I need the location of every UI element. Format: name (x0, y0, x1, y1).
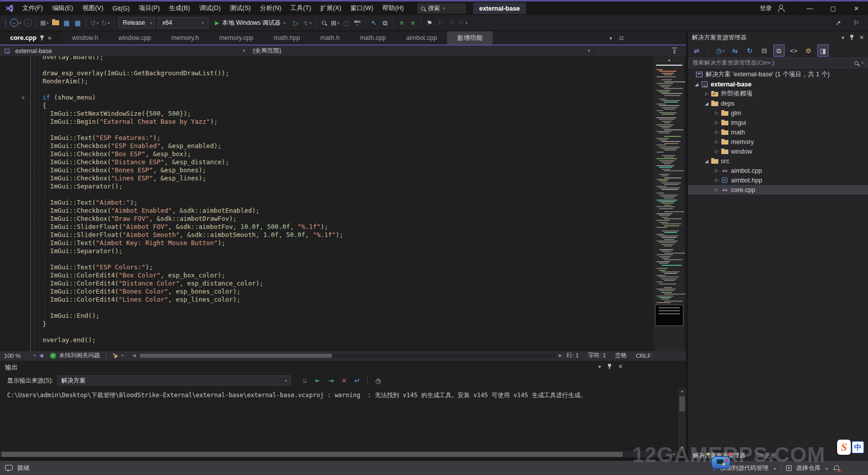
scope-dropdown[interactable]: (全局范围) ▾ (249, 45, 594, 56)
tree-item-external-base[interactable]: ◢external-base (688, 79, 868, 89)
tree-item-deps[interactable]: ◢deps (688, 99, 868, 108)
tree-item-core.cpp[interactable]: ▷++core.cpp (688, 185, 868, 195)
tree-item-aimbot.cpp[interactable]: ▷++aimbot.cpp (688, 166, 868, 175)
tree-item-外部依赖项[interactable]: ▷外部依赖项 (688, 89, 868, 99)
menu-item-工具(T)[interactable]: 工具(T) (286, 2, 316, 15)
expand-arrow-icon[interactable]: ▷ (713, 120, 720, 125)
save-all-icon[interactable]: ▦ (72, 17, 83, 29)
split-editor-button[interactable]: ⇕ (672, 48, 677, 55)
prev-message-icon[interactable]: ⇤ (312, 374, 323, 387)
timestamp-icon[interactable]: ◷ (372, 374, 383, 387)
expand-arrow-icon[interactable]: ▷ (713, 168, 720, 173)
tab-math.cpp[interactable]: math.cpp (350, 31, 396, 44)
undo-icon[interactable]: ↺▾ (89, 17, 100, 29)
pin-icon[interactable] (40, 35, 44, 41)
spaces-indicator[interactable]: 空格 (611, 352, 631, 359)
tab-memory.h[interactable]: memory.h (161, 31, 209, 44)
autoscroll-icon[interactable]: ⇊ (299, 374, 310, 387)
notifications-bell-icon[interactable] (833, 465, 840, 471)
tab-math.hpp[interactable]: math.hpp (264, 31, 310, 44)
minimap[interactable]: ▲ (654, 56, 684, 351)
project-dropdown[interactable]: external-base ▾ (0, 45, 249, 56)
tree-item-solution-root[interactable]: 解决方案 'external-base' (1 个项目，共 1 个) (688, 70, 868, 79)
account-icon[interactable] (777, 5, 785, 12)
toolbar-grip[interactable] (5, 19, 7, 27)
start-debugging-button[interactable]: ▶ 本地 Windows 调试器 ▾ (211, 17, 290, 29)
expand-arrow-icon[interactable]: ▷ (713, 149, 720, 154)
sync-with-active-document-icon[interactable]: ⇄ (691, 44, 702, 57)
column-indicator[interactable]: 字符: 1 (583, 352, 611, 359)
open-folder-icon[interactable] (50, 17, 61, 29)
expand-arrow-icon[interactable]: ▷ (713, 187, 720, 192)
close-button[interactable]: ✕ (845, 2, 868, 15)
editor-horizontal-scrollbar[interactable] (138, 353, 556, 358)
toggle-bookmark-icon[interactable]: ⚑ (424, 17, 435, 29)
menu-item-测试(S)[interactable]: 测试(S) (225, 2, 255, 15)
code-editor[interactable]: overlay.Board(); draw_esp_overlay(ImGui:… (0, 56, 686, 351)
title-search-box[interactable]: 搜索 ▾ (417, 3, 466, 14)
feedback-icon[interactable] (5, 465, 13, 470)
increase-indent-icon[interactable]: ≡ (407, 17, 418, 29)
spell-check-icon[interactable]: abc✓ (352, 17, 363, 29)
line-ending-indicator[interactable]: CRLF (631, 353, 656, 359)
hot-reload-icon[interactable]: ↯▾ (301, 17, 313, 29)
scroll-down-icon[interactable]: ▼ (678, 446, 686, 449)
switch-views-icon[interactable]: ⇆ (729, 44, 741, 57)
pending-changes-filter-icon[interactable]: ◷▾ (715, 44, 726, 57)
expand-arrow-icon[interactable]: ▷ (703, 91, 710, 96)
tree-item-memory[interactable]: ▷memory (688, 137, 868, 147)
tab-aimbot.cpp[interactable]: aimbot.cpp (396, 31, 447, 44)
tab-新增功能[interactable]: 新增功能 (447, 31, 493, 44)
expand-arrow-icon[interactable]: ▷ (713, 111, 720, 115)
word-wrap-icon[interactable]: ↵ (352, 374, 363, 387)
select-repository-button[interactable]: 选择仓库 (796, 464, 820, 472)
tree-item-glm[interactable]: ▷glm (688, 108, 868, 118)
panel-tab-Git 更改[interactable]: Git 更改 (751, 450, 782, 461)
output-vertical-scrollbar[interactable]: ▲ ▼ (678, 388, 686, 450)
scrollbar-thumb[interactable] (140, 354, 332, 358)
chevron-down-icon[interactable]: ▾ (121, 353, 123, 358)
tree-item-src[interactable]: ◢src (688, 156, 868, 166)
redo-icon[interactable]: ↻▾ (100, 17, 111, 29)
copy-item-icon[interactable]: ⧉ (379, 17, 390, 29)
decrease-indent-icon[interactable]: ≡ (396, 17, 407, 29)
find-in-files-icon[interactable] (318, 17, 329, 29)
scrollbar-thumb[interactable] (2, 452, 623, 457)
live-share-icon[interactable]: ↗ (833, 17, 844, 29)
menu-item-生成(B)[interactable]: 生成(B) (164, 2, 195, 15)
configuration-dropdown[interactable]: Release ▾ (118, 17, 155, 28)
ghost-box-icon[interactable]: ▢ (340, 17, 352, 29)
properties-icon[interactable]: ⚙ (803, 44, 814, 57)
line-indicator[interactable]: 行: 1 (562, 352, 583, 359)
menu-item-编辑(E)[interactable]: 编辑(E) (48, 2, 78, 15)
menu-item-文件(F)[interactable]: 文件(F) (18, 2, 48, 15)
menu-item-调试(D)[interactable]: 调试(D) (195, 2, 225, 15)
scroll-up-icon[interactable]: ▲ (678, 389, 686, 393)
save-icon[interactable]: ▦ (61, 17, 72, 29)
tab-window.h[interactable]: window.h (62, 31, 108, 44)
output-log-line[interactable]: C:\Users\admin\Desktop\下载管理\BloodStrike-… (7, 391, 586, 400)
menu-item-窗口(W)[interactable]: 窗口(W) (346, 2, 378, 15)
tree-item-aimbot.hpp[interactable]: ▷haimbot.hpp (688, 175, 868, 185)
scroll-right-icon[interactable]: ▸ (673, 452, 675, 456)
menu-item-Git(G)[interactable]: Git(G) (108, 2, 134, 15)
code-health-indicator[interactable]: ✓ 未找到相关问题 (50, 352, 100, 359)
solution-search-box[interactable]: 搜索解决方案资源管理器(Ctrl+;) ▾ (688, 58, 867, 68)
show-all-files-icon[interactable]: ⧉ (773, 44, 785, 57)
forward-icon[interactable]: → (22, 17, 33, 29)
active-document-title[interactable]: external-base (473, 3, 526, 14)
minimize-button[interactable]: — (798, 2, 821, 15)
close-tab-icon[interactable]: ✕ (48, 35, 52, 41)
scroll-left-icon[interactable]: ◀ (133, 353, 136, 358)
menu-item-分析(N)[interactable]: 分析(N) (255, 2, 286, 15)
scrollbar-thumb[interactable] (679, 396, 685, 411)
clear-bookmarks-icon[interactable]: ⚐▾ (457, 17, 468, 29)
pin-icon[interactable] (850, 35, 854, 40)
window-menu-icon[interactable]: ▾ (842, 35, 844, 40)
prev-bookmark-icon[interactable]: ⚐ (435, 17, 446, 29)
code-area[interactable]: overlay.Board(); draw_esp_overlay(ImGui:… (42, 56, 650, 351)
output-horizontal-scrollbar[interactable]: ▸ (0, 451, 678, 457)
pin-icon[interactable] (607, 364, 612, 369)
tab-window.cpp[interactable]: window.cpp (108, 31, 161, 44)
output-source-dropdown[interactable]: 解决方案 ▾ (57, 375, 291, 386)
